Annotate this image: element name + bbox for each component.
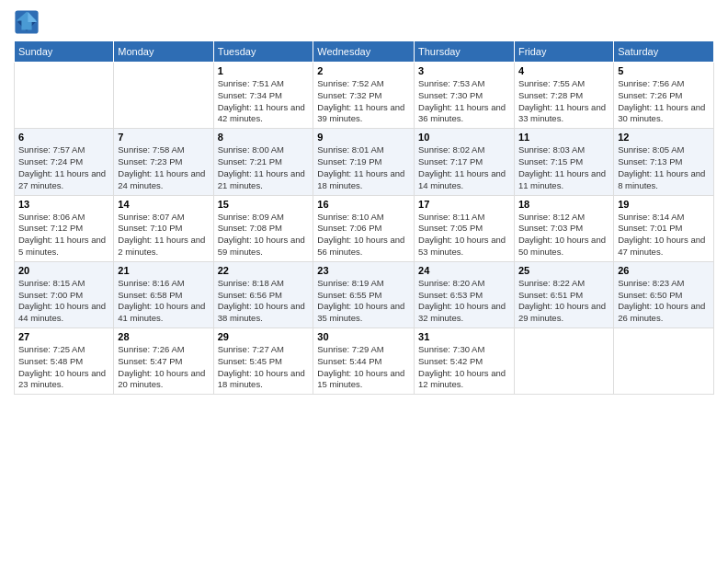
cell-info: Sunrise: 8:14 AM Sunset: 7:01 PM Dayligh… <box>618 212 710 259</box>
calendar-cell: 16Sunrise: 8:10 AM Sunset: 7:06 PM Dayli… <box>313 195 415 261</box>
calendar-week-4: 20Sunrise: 8:15 AM Sunset: 7:00 PM Dayli… <box>15 261 714 327</box>
calendar-header-friday: Friday <box>514 41 613 63</box>
calendar-cell: 10Sunrise: 8:02 AM Sunset: 7:17 PM Dayli… <box>415 129 515 195</box>
header <box>14 9 714 35</box>
cell-info: Sunrise: 7:53 AM Sunset: 7:30 PM Dayligh… <box>418 78 510 125</box>
calendar-cell: 25Sunrise: 8:22 AM Sunset: 6:51 PM Dayli… <box>514 261 613 327</box>
calendar-week-1: 1Sunrise: 7:51 AM Sunset: 7:34 PM Daylig… <box>15 63 714 129</box>
calendar-cell: 21Sunrise: 8:16 AM Sunset: 6:58 PM Dayli… <box>114 261 213 327</box>
calendar-cell: 18Sunrise: 8:12 AM Sunset: 7:03 PM Dayli… <box>514 195 613 261</box>
cell-info: Sunrise: 7:58 AM Sunset: 7:23 PM Dayligh… <box>118 144 209 191</box>
calendar-cell: 9Sunrise: 8:01 AM Sunset: 7:19 PM Daylig… <box>313 129 415 195</box>
cell-info: Sunrise: 8:22 AM Sunset: 6:51 PM Dayligh… <box>518 278 609 325</box>
calendar-cell: 23Sunrise: 8:19 AM Sunset: 6:55 PM Dayli… <box>313 261 415 327</box>
cell-day-number: 18 <box>518 199 609 210</box>
cell-day-number: 30 <box>317 331 410 342</box>
calendar-cell: 17Sunrise: 8:11 AM Sunset: 7:05 PM Dayli… <box>415 195 515 261</box>
cell-day-number: 3 <box>418 65 510 76</box>
calendar-header-tuesday: Tuesday <box>213 41 313 63</box>
cell-info: Sunrise: 8:02 AM Sunset: 7:17 PM Dayligh… <box>418 144 510 191</box>
calendar: SundayMondayTuesdayWednesdayThursdayFrid… <box>14 40 714 395</box>
calendar-cell: 24Sunrise: 8:20 AM Sunset: 6:53 PM Dayli… <box>415 261 515 327</box>
calendar-cell: 15Sunrise: 8:09 AM Sunset: 7:08 PM Dayli… <box>213 195 313 261</box>
cell-day-number: 16 <box>317 199 410 210</box>
cell-info: Sunrise: 8:20 AM Sunset: 6:53 PM Dayligh… <box>418 278 510 325</box>
cell-day-number: 9 <box>317 132 410 143</box>
cell-day-number: 8 <box>218 132 310 143</box>
calendar-cell: 30Sunrise: 7:29 AM Sunset: 5:44 PM Dayli… <box>313 328 415 395</box>
cell-day-number: 25 <box>518 265 609 276</box>
cell-day-number: 24 <box>418 265 510 276</box>
cell-info: Sunrise: 7:52 AM Sunset: 7:32 PM Dayligh… <box>317 78 410 125</box>
calendar-header-wednesday: Wednesday <box>313 41 415 63</box>
calendar-cell <box>614 328 714 395</box>
cell-info: Sunrise: 8:05 AM Sunset: 7:13 PM Dayligh… <box>618 144 710 191</box>
cell-day-number: 21 <box>118 265 209 276</box>
calendar-cell: 5Sunrise: 7:56 AM Sunset: 7:26 PM Daylig… <box>614 63 714 129</box>
cell-info: Sunrise: 8:06 AM Sunset: 7:12 PM Dayligh… <box>18 212 109 259</box>
cell-day-number: 15 <box>218 199 310 210</box>
calendar-header-saturday: Saturday <box>614 41 714 63</box>
cell-info: Sunrise: 7:26 AM Sunset: 5:47 PM Dayligh… <box>118 344 209 391</box>
cell-info: Sunrise: 7:30 AM Sunset: 5:42 PM Dayligh… <box>418 344 510 391</box>
calendar-cell <box>15 63 114 129</box>
calendar-cell: 26Sunrise: 8:23 AM Sunset: 6:50 PM Dayli… <box>614 261 714 327</box>
calendar-header-thursday: Thursday <box>415 41 515 63</box>
cell-info: Sunrise: 8:01 AM Sunset: 7:19 PM Dayligh… <box>317 144 410 191</box>
cell-day-number: 22 <box>218 265 310 276</box>
cell-day-number: 11 <box>518 132 609 143</box>
cell-day-number: 29 <box>218 331 310 342</box>
calendar-cell: 11Sunrise: 8:03 AM Sunset: 7:15 PM Dayli… <box>514 129 613 195</box>
cell-day-number: 12 <box>618 132 710 143</box>
calendar-cell: 13Sunrise: 8:06 AM Sunset: 7:12 PM Dayli… <box>15 195 114 261</box>
cell-info: Sunrise: 8:23 AM Sunset: 6:50 PM Dayligh… <box>618 278 710 325</box>
cell-info: Sunrise: 7:29 AM Sunset: 5:44 PM Dayligh… <box>317 344 410 391</box>
cell-info: Sunrise: 8:03 AM Sunset: 7:15 PM Dayligh… <box>518 144 609 191</box>
cell-day-number: 27 <box>18 331 109 342</box>
calendar-cell: 3Sunrise: 7:53 AM Sunset: 7:30 PM Daylig… <box>415 63 515 129</box>
calendar-cell: 28Sunrise: 7:26 AM Sunset: 5:47 PM Dayli… <box>114 328 213 395</box>
calendar-cell: 7Sunrise: 7:58 AM Sunset: 7:23 PM Daylig… <box>114 129 213 195</box>
calendar-cell <box>114 63 213 129</box>
cell-info: Sunrise: 7:57 AM Sunset: 7:24 PM Dayligh… <box>18 144 109 191</box>
cell-info: Sunrise: 7:51 AM Sunset: 7:34 PM Dayligh… <box>218 78 310 125</box>
cell-info: Sunrise: 8:18 AM Sunset: 6:56 PM Dayligh… <box>218 278 310 325</box>
cell-info: Sunrise: 8:19 AM Sunset: 6:55 PM Dayligh… <box>317 278 410 325</box>
calendar-cell: 29Sunrise: 7:27 AM Sunset: 5:45 PM Dayli… <box>213 328 313 395</box>
calendar-cell: 14Sunrise: 8:07 AM Sunset: 7:10 PM Dayli… <box>114 195 213 261</box>
cell-day-number: 28 <box>118 331 209 342</box>
calendar-week-3: 13Sunrise: 8:06 AM Sunset: 7:12 PM Dayli… <box>15 195 714 261</box>
calendar-cell: 31Sunrise: 7:30 AM Sunset: 5:42 PM Dayli… <box>415 328 515 395</box>
calendar-cell: 1Sunrise: 7:51 AM Sunset: 7:34 PM Daylig… <box>213 63 313 129</box>
cell-info: Sunrise: 7:25 AM Sunset: 5:48 PM Dayligh… <box>18 344 109 391</box>
cell-info: Sunrise: 7:55 AM Sunset: 7:28 PM Dayligh… <box>518 78 609 125</box>
calendar-cell: 8Sunrise: 8:00 AM Sunset: 7:21 PM Daylig… <box>213 129 313 195</box>
cell-info: Sunrise: 8:15 AM Sunset: 7:00 PM Dayligh… <box>18 278 109 325</box>
cell-day-number: 17 <box>418 199 510 210</box>
calendar-header-row: SundayMondayTuesdayWednesdayThursdayFrid… <box>15 41 714 63</box>
calendar-header-monday: Monday <box>114 41 213 63</box>
cell-info: Sunrise: 8:00 AM Sunset: 7:21 PM Dayligh… <box>218 144 310 191</box>
page: SundayMondayTuesdayWednesdayThursdayFrid… <box>0 0 728 563</box>
calendar-header-sunday: Sunday <box>15 41 114 63</box>
calendar-cell: 2Sunrise: 7:52 AM Sunset: 7:32 PM Daylig… <box>313 63 415 129</box>
calendar-cell: 4Sunrise: 7:55 AM Sunset: 7:28 PM Daylig… <box>514 63 613 129</box>
cell-info: Sunrise: 8:11 AM Sunset: 7:05 PM Dayligh… <box>418 212 510 259</box>
calendar-cell: 12Sunrise: 8:05 AM Sunset: 7:13 PM Dayli… <box>614 129 714 195</box>
cell-day-number: 1 <box>218 65 310 76</box>
cell-day-number: 7 <box>118 132 209 143</box>
cell-day-number: 20 <box>18 265 109 276</box>
cell-info: Sunrise: 7:56 AM Sunset: 7:26 PM Dayligh… <box>618 78 710 125</box>
calendar-cell: 19Sunrise: 8:14 AM Sunset: 7:01 PM Dayli… <box>614 195 714 261</box>
cell-day-number: 6 <box>18 132 109 143</box>
cell-day-number: 19 <box>618 199 710 210</box>
calendar-cell <box>514 328 613 395</box>
calendar-week-2: 6Sunrise: 7:57 AM Sunset: 7:24 PM Daylig… <box>15 129 714 195</box>
cell-day-number: 26 <box>618 265 710 276</box>
cell-info: Sunrise: 8:12 AM Sunset: 7:03 PM Dayligh… <box>518 212 609 259</box>
cell-info: Sunrise: 8:10 AM Sunset: 7:06 PM Dayligh… <box>317 212 410 259</box>
cell-day-number: 13 <box>18 199 109 210</box>
cell-info: Sunrise: 8:07 AM Sunset: 7:10 PM Dayligh… <box>118 212 209 259</box>
logo <box>14 9 43 35</box>
cell-info: Sunrise: 8:09 AM Sunset: 7:08 PM Dayligh… <box>218 212 310 259</box>
